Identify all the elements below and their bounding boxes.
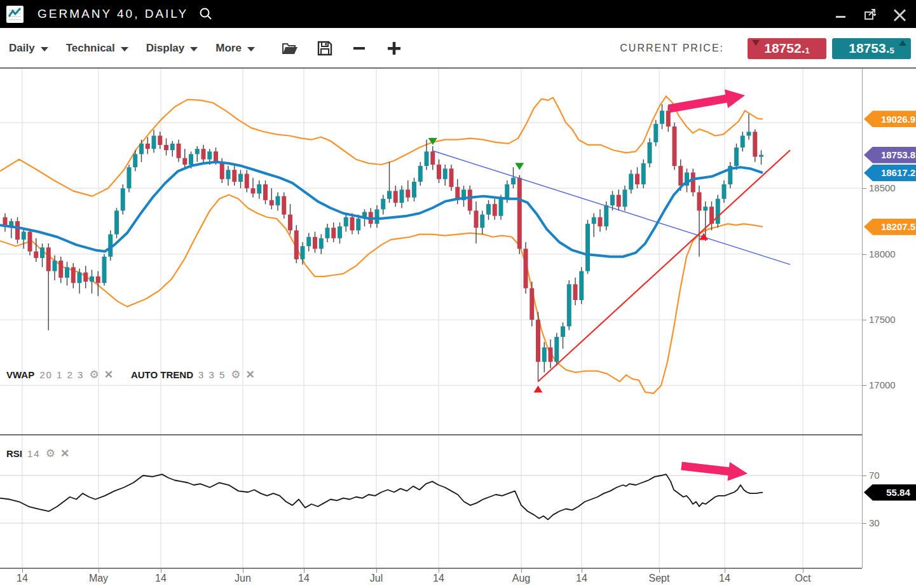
candle-body	[759, 155, 763, 157]
candle-body	[90, 277, 94, 282]
vwap-settings-gear-icon[interactable]: ⚙	[89, 369, 99, 380]
candle-body	[78, 273, 82, 284]
candle-body	[102, 257, 107, 283]
candle-body	[573, 284, 578, 300]
price-tick-label: 18500	[869, 182, 896, 193]
candle-body	[177, 144, 181, 158]
candle-body	[313, 237, 317, 249]
candle-body	[301, 246, 305, 259]
time-axis: 14May14Jun14Jul14Aug14Sept14Oct	[0, 568, 916, 588]
time-tick-label: May	[89, 573, 108, 584]
search-icon[interactable]	[198, 6, 214, 22]
rsi-tick-label: 70	[869, 470, 880, 481]
buy-price-button[interactable]: 18753.5	[832, 38, 911, 59]
time-tick-label: 14	[576, 573, 587, 584]
candle-body	[114, 210, 119, 234]
window-title: GERMANY 40, DAILY	[38, 7, 188, 21]
candle-body	[251, 188, 256, 193]
price-tick-label: 18000	[869, 249, 896, 259]
vwap-remove-icon[interactable]: ✕	[104, 369, 113, 380]
sell-price-button[interactable]: 18752.1	[748, 38, 826, 59]
buy-signal-triangle	[534, 385, 543, 392]
candle-body	[189, 154, 193, 165]
price-tag: 18617.2	[864, 165, 916, 181]
caret-down-icon	[41, 47, 48, 51]
candle-body	[623, 189, 627, 207]
window-controls	[835, 8, 906, 20]
candle-body	[344, 217, 348, 226]
sell-price-frac: 1	[805, 46, 810, 55]
candle-body	[536, 320, 540, 362]
candle-body	[182, 158, 187, 165]
candle-body	[437, 165, 441, 179]
trading-app-window: GERMANY 40, DAILY Daily	[0, 0, 916, 588]
candle-body	[697, 192, 702, 210]
minimize-icon[interactable]	[835, 8, 847, 20]
trendline-ascending[interactable]	[538, 150, 791, 381]
candle-body	[505, 184, 509, 199]
vwap-indicator-params: 20 1 2 3	[39, 369, 84, 380]
open-folder-icon[interactable]	[282, 41, 298, 55]
candle-body	[220, 162, 224, 179]
candle-body	[567, 284, 571, 326]
candle-body	[331, 228, 336, 238]
candle-body	[276, 196, 280, 205]
more-dropdown[interactable]: More	[215, 42, 255, 55]
close-icon[interactable]	[893, 8, 906, 20]
popout-icon[interactable]	[864, 8, 877, 20]
candle-body	[245, 174, 249, 188]
candle-body	[406, 189, 410, 197]
candle-body	[294, 230, 299, 259]
rsi-value-tag: 55.84	[864, 484, 916, 501]
rsi-panel[interactable]	[0, 434, 862, 568]
candle-body	[387, 191, 392, 198]
candle-body	[257, 184, 261, 193]
autotrend-settings-gear-icon[interactable]: ⚙	[231, 369, 240, 380]
candle-body	[648, 142, 652, 163]
candle-body	[65, 267, 69, 278]
rsi-remove-icon[interactable]: ✕	[60, 448, 69, 459]
save-icon[interactable]	[317, 41, 332, 56]
technical-dropdown[interactable]: Technical	[66, 42, 128, 55]
autotrend-remove-icon[interactable]: ✕	[246, 369, 255, 380]
display-dropdown[interactable]: Display	[146, 42, 198, 55]
candle-body	[83, 273, 88, 282]
price-tag: 18753.8	[864, 147, 916, 163]
candle-body	[418, 166, 423, 182]
zoom-out-icon[interactable]	[352, 41, 367, 56]
candle-body	[232, 170, 236, 182]
candle-body	[207, 151, 212, 159]
candle-body	[393, 191, 398, 203]
candle-body	[53, 261, 57, 271]
arrow-down-icon	[752, 40, 760, 46]
timeframe-dropdown[interactable]: Daily	[9, 42, 48, 55]
rsi-label-row: RSI 14 ⚙ ✕	[6, 448, 69, 459]
more-label: More	[215, 42, 242, 55]
candle-body	[716, 199, 720, 224]
candle-body	[443, 168, 448, 179]
zoom-in-icon[interactable]	[386, 40, 402, 57]
candle-body	[40, 247, 44, 258]
candle-body	[474, 210, 479, 228]
candle-body	[263, 184, 268, 200]
candle-body	[46, 247, 51, 271]
price-axis: 18500180001750017000703019026.918753.818…	[862, 69, 916, 568]
technical-label: Technical	[66, 42, 115, 55]
candle-body	[288, 215, 292, 231]
rsi-settings-gear-icon[interactable]: ⚙	[46, 448, 55, 459]
candle-body	[542, 347, 547, 362]
candle-body	[350, 217, 355, 231]
candle-body	[325, 228, 330, 238]
annotation-arrow-rsi	[680, 456, 748, 483]
sell-price-main: 18752.	[764, 41, 805, 56]
candle-body	[486, 204, 491, 215]
candle-body	[195, 149, 200, 154]
time-tick-label: 14	[155, 573, 167, 584]
current-price-label: CURRENT PRICE:	[620, 43, 724, 54]
candle-body	[691, 172, 695, 192]
price-tag: 19026.9	[864, 111, 916, 127]
price-tag: 18207.5	[864, 219, 916, 235]
candle-body	[747, 132, 751, 135]
candle-body	[71, 267, 76, 283]
caret-down-icon	[247, 47, 255, 51]
